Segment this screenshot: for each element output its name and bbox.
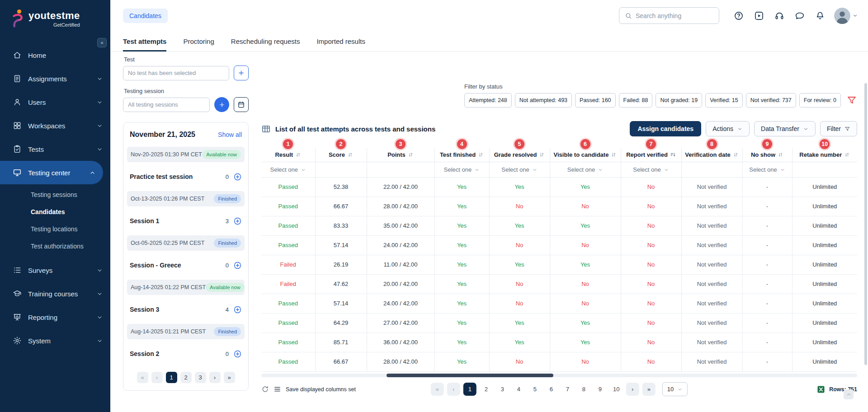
page-button-3[interactable]: 3 xyxy=(195,372,206,383)
tab-proctoring[interactable]: Proctoring xyxy=(183,31,214,51)
session-select-input[interactable] xyxy=(123,98,210,112)
sidebar-subitem-candidates[interactable]: Candidates xyxy=(0,203,110,220)
session-group-row[interactable]: Oct-05-2025 02:25 PM CESTFinished xyxy=(127,235,245,251)
column-header-report-verified[interactable]: 7Report verified xyxy=(621,148,681,162)
column-header-test-finished[interactable]: 4Test finished xyxy=(434,148,489,162)
table-row[interactable]: Failed47.6220.00 / 42.00YesNoNoNoNot ver… xyxy=(261,274,857,294)
status-chip-not-graded[interactable]: Not graded: 19 xyxy=(656,93,702,108)
add-test-button[interactable] xyxy=(234,66,249,80)
sidebar-item-surveys[interactable]: Surveys xyxy=(0,258,110,282)
table-row[interactable]: Passed66.6728.00 / 42.00YesNoNoNoNot ver… xyxy=(261,197,857,216)
column-filter-test-finished[interactable]: Select one xyxy=(434,162,489,177)
table-row[interactable]: Passed64.2927.00 / 42.00YesYesYesNoNot v… xyxy=(261,313,857,332)
column-filter-visible-to-candidate[interactable]: Select one xyxy=(550,162,621,177)
session-row[interactable]: Session 20 xyxy=(123,342,248,365)
column-header-visible-to-candidate[interactable]: 6Visible to candidate xyxy=(550,148,621,162)
session-group-row[interactable]: Oct-13-2025 01:26 PM CESTFinished xyxy=(127,191,245,206)
table-next-page-button[interactable]: › xyxy=(626,383,639,396)
table-row[interactable]: Passed57.1424.00 / 42.00YesNoNoNoNot ver… xyxy=(261,235,857,255)
column-header-verification-date[interactable]: 8Verification date xyxy=(681,148,742,162)
show-all-link[interactable]: Show all xyxy=(218,131,242,138)
column-filter-result[interactable]: Select one xyxy=(261,162,315,177)
table-row[interactable]: Passed83.3335.00 / 42.00YesYesYesNoNot v… xyxy=(261,216,857,235)
tab-test-attempts[interactable]: Test attempts xyxy=(123,31,166,51)
status-chip-not-verified[interactable]: Not verified: 737 xyxy=(746,93,796,108)
session-group-row[interactable]: Aug-14-2025 01:22 PM CESTAvailable now xyxy=(127,280,245,295)
add-candidate-icon[interactable] xyxy=(233,350,242,358)
last-page-button[interactable]: » xyxy=(224,372,235,383)
session-row[interactable]: Session - Greece0 xyxy=(123,253,248,277)
add-candidate-icon[interactable] xyxy=(233,217,242,225)
status-chip-for-review[interactable]: For review: 0 xyxy=(799,93,841,108)
tutorial-button[interactable] xyxy=(751,8,767,24)
sidebar-item-tests[interactable]: Tests xyxy=(0,137,110,161)
status-chip-not-attempted[interactable]: Not attempted: 493 xyxy=(515,93,572,108)
save-columns-label[interactable]: Save displayed columns set xyxy=(286,386,356,393)
table-page-button-3[interactable]: 3 xyxy=(496,383,509,396)
table-page-button-5[interactable]: 5 xyxy=(528,383,542,396)
page-button-1[interactable]: 1 xyxy=(166,372,177,383)
column-header-no-show[interactable]: 9No show xyxy=(742,148,792,162)
sidebar-item-system[interactable]: System xyxy=(0,329,110,352)
page-button-2[interactable]: 2 xyxy=(180,372,192,383)
status-chip-passed[interactable]: Passed: 160 xyxy=(575,93,616,108)
column-header-result[interactable]: 1Result xyxy=(261,148,315,162)
sidebar-item-training-courses[interactable]: Training courses xyxy=(0,282,110,305)
notifications-button[interactable] xyxy=(812,8,828,24)
user-menu[interactable] xyxy=(834,8,858,24)
table-row[interactable]: Passed57.1424.00 / 42.00YesNoNoNoNot ver… xyxy=(261,294,857,313)
column-filter-grade-resolved[interactable]: Select one xyxy=(489,162,550,177)
refresh-icon[interactable] xyxy=(261,385,269,393)
table-page-button-9[interactable]: 9 xyxy=(594,383,607,396)
horizontal-scrollbar[interactable] xyxy=(261,374,857,377)
sidebar-collapse-button[interactable]: « xyxy=(97,38,107,47)
tab-rescheduling-requests[interactable]: Rescheduling requests xyxy=(231,31,300,51)
sidebar-item-assignments[interactable]: Assignments xyxy=(0,67,110,90)
session-row[interactable]: Practice test session0 xyxy=(123,165,248,188)
messages-button[interactable] xyxy=(792,8,808,24)
session-group-row[interactable]: Aug-14-2025 01:21 PM CESTFinished xyxy=(127,324,245,339)
vertical-scrollbar[interactable] xyxy=(864,83,867,365)
status-chip-failed[interactable]: Failed: 88 xyxy=(619,93,653,108)
table-row[interactable]: Passed66.6728.00 / 42.00YesNoNoNoNot ver… xyxy=(261,352,857,371)
table-page-button-2[interactable]: 2 xyxy=(480,383,493,396)
table-page-button-10[interactable]: 10 xyxy=(610,383,623,396)
table-page-button-8[interactable]: 8 xyxy=(577,383,590,396)
table-row[interactable]: Passed85.7136.00 / 42.00YesYesYesNoNot v… xyxy=(261,332,857,352)
session-group-row[interactable]: Nov-20-2025 01:30 PM CETAvailable now xyxy=(127,147,245,162)
sidebar-item-reporting[interactable]: Reporting xyxy=(0,305,110,329)
test-select-input[interactable] xyxy=(123,66,229,80)
sidebar-subitem-testing-locations[interactable]: Testing locations xyxy=(0,220,110,238)
table-previous-page-button[interactable]: ‹ xyxy=(447,383,460,396)
horizontal-scrollbar-thumb[interactable] xyxy=(387,374,553,377)
data-transfer-button[interactable]: Data Transfer xyxy=(754,121,816,136)
column-filter-no-show[interactable]: Select one xyxy=(742,162,792,177)
columns-icon[interactable] xyxy=(274,385,281,393)
sidebar-item-workspaces[interactable]: Workspaces xyxy=(0,114,110,137)
table-page-button-6[interactable]: 6 xyxy=(545,383,558,396)
excel-export-icon[interactable] xyxy=(816,385,826,394)
support-button[interactable] xyxy=(771,8,788,24)
column-header-points[interactable]: 3Points xyxy=(367,148,434,162)
help-button[interactable] xyxy=(731,8,747,24)
table-row[interactable]: Failed26.1911.00 / 42.00YesYesYesNoNot v… xyxy=(261,255,857,274)
sidebar-item-testing-center[interactable]: Testing center xyxy=(0,161,103,184)
breadcrumb[interactable]: Candidates xyxy=(123,9,168,23)
status-chip-verified[interactable]: Verified: 15 xyxy=(705,93,743,108)
sidebar-item-users[interactable]: Users xyxy=(0,90,110,114)
assign-candidates-button[interactable]: Assign candidates xyxy=(630,121,701,136)
previous-page-button[interactable]: ‹ xyxy=(151,372,163,383)
add-session-button[interactable] xyxy=(214,97,229,112)
sidebar-subitem-testing-sessions[interactable]: Testing sessions xyxy=(0,186,110,203)
column-header-grade-resolved[interactable]: 5Grade resolved xyxy=(489,148,550,162)
column-filter-report-verified[interactable]: Select one xyxy=(621,162,681,177)
table-first-page-button[interactable]: « xyxy=(431,383,444,396)
column-header-retake-number[interactable]: 10Retake number xyxy=(792,148,857,162)
sidebar-subitem-test-authorizations[interactable]: Test authorizations xyxy=(0,238,110,255)
table-last-page-button[interactable]: » xyxy=(642,383,656,396)
table-page-button-4[interactable]: 4 xyxy=(512,383,525,396)
table-page-button-7[interactable]: 7 xyxy=(561,383,574,396)
session-row[interactable]: Session 13 xyxy=(123,209,248,233)
tab-imported-results[interactable]: Imported results xyxy=(316,31,365,51)
actions-button[interactable]: Actions xyxy=(706,121,750,136)
